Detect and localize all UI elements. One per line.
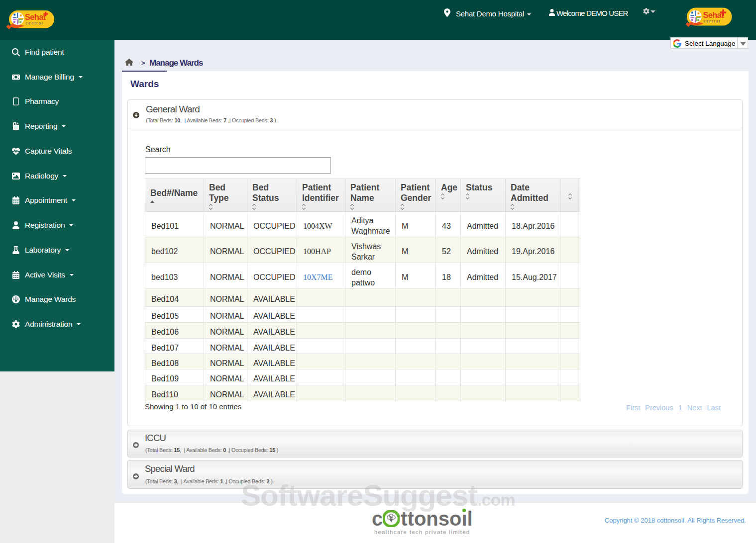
svg-text:central: central bbox=[26, 21, 44, 25]
svg-text:central: central bbox=[704, 19, 721, 23]
svg-text:Sehat: Sehat bbox=[25, 12, 46, 21]
